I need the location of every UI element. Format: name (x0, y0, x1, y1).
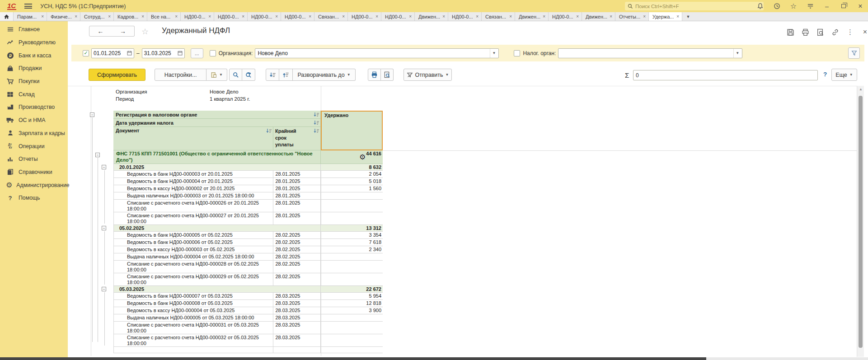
withheld-amount-cell[interactable] (321, 273, 383, 285)
document-row[interactable]: Выдача наличных НД00-000005 от 05.03.202… (114, 314, 383, 322)
sidebar-item-операции[interactable]: Дт КтОперации (0, 140, 68, 153)
sort-icon[interactable] (314, 112, 319, 117)
tab-close-icon[interactable]: × (75, 14, 77, 19)
tab-20[interactable]: Удержа...× (649, 12, 682, 21)
collapse-date-group-expander[interactable]: − (102, 287, 106, 291)
date-to-input[interactable]: 31.03.2025 (142, 48, 185, 58)
link-icon[interactable] (831, 28, 840, 36)
sort-icon[interactable] (314, 121, 319, 125)
tab-close-icon[interactable]: × (275, 14, 278, 19)
scroll-up-icon[interactable]: ▲ (857, 87, 864, 91)
tab-close-icon[interactable]: × (543, 14, 545, 19)
preview-icon[interactable] (816, 28, 825, 36)
date-cell[interactable]: 05.03.2025 (114, 286, 321, 292)
document-row[interactable]: Списание с расчетного счета НД00-000026 … (114, 200, 383, 212)
tab-close-icon[interactable]: × (610, 14, 612, 19)
tab-4[interactable]: Кадров...× (114, 12, 147, 21)
organization-combo[interactable]: Новое Дело ▼ (255, 48, 499, 58)
withheld-amount-cell[interactable] (321, 192, 383, 199)
organization-checkbox[interactable] (210, 50, 216, 56)
document-cell[interactable]: Списание с расчетного счета НД00-000029 … (114, 273, 273, 285)
sidebar-item-склад[interactable]: Склад (0, 88, 68, 101)
document-cell[interactable]: Ведомость в банк НД00-000007 от 05.03.20… (114, 293, 273, 299)
document-cell[interactable]: Ведомость в кассу НД00-000002 от 20.01.2… (114, 185, 273, 192)
bell-icon[interactable] (756, 2, 764, 10)
withheld-amount-cell[interactable] (321, 322, 383, 334)
document-cell[interactable]: Ведомость в банк НД00-000004 от 20.01.20… (114, 178, 273, 185)
withheld-amount-cell[interactable] (321, 212, 383, 224)
period-checkbox[interactable]: ✓ (83, 50, 89, 56)
favorite-star-icon[interactable]: ☆ (141, 27, 149, 37)
tab-close-icon[interactable]: × (141, 14, 144, 19)
generate-button[interactable]: Сформировать (89, 69, 145, 81)
deadline-cell[interactable]: 28.03.2025 (273, 314, 321, 321)
sidebar-item-отчеты[interactable]: Отчеты (0, 153, 68, 166)
info-period-row[interactable]: Период 1 квартал 2025 г. (116, 96, 134, 102)
calendar-icon[interactable] (127, 51, 132, 56)
tab-close-icon[interactable]: × (175, 14, 178, 19)
withheld-amount-cell[interactable] (321, 334, 383, 346)
fns-group-row[interactable]: ФНС 7715 КПП 771501001 (Общество с огран… (114, 150, 383, 164)
home-tab[interactable] (0, 12, 14, 21)
document-cell[interactable]: Ведомость в кассу НД00-000004 от 05.03.2… (114, 307, 273, 314)
tab-close-icon[interactable]: × (242, 14, 244, 19)
sidebar-item-банк-и-касса[interactable]: ₽Банк и касса (0, 49, 68, 62)
collapse-groups-button[interactable] (266, 69, 279, 81)
date-group-row[interactable]: −20.01.20258 632 (114, 164, 383, 171)
document-cell[interactable]: Выдача наличных НД00-000003 от 20.01.202… (114, 192, 273, 199)
print-preview-button[interactable] (381, 69, 394, 81)
column-header-registration[interactable]: Регистрация в налоговом органе (113, 111, 321, 119)
info-organization-row[interactable]: Организация Новое Дело (116, 89, 147, 94)
document-row[interactable]: Списание с расчетного счета НД00-000031 … (114, 322, 383, 334)
column-header-document[interactable]: Документ (113, 127, 273, 150)
back-button[interactable]: ← (89, 26, 112, 37)
empty-cell[interactable] (273, 347, 321, 353)
star-icon[interactable]: ☆ (789, 2, 798, 10)
vertical-scrollbar[interactable]: ▲ (857, 86, 864, 357)
global-search-input[interactable]: Поиск Ctrl+Shift+F (625, 2, 764, 10)
document-row[interactable]: Ведомость в банк НД00-000005 от 05.02.20… (114, 232, 383, 239)
withheld-amount-cell[interactable]: 3 900 (321, 307, 383, 314)
restore-icon[interactable] (840, 2, 848, 10)
main-menu-icon[interactable] (24, 4, 32, 9)
tab-close-icon[interactable]: × (208, 14, 211, 19)
document-row[interactable]: Ведомость в кассу НД00-000002 от 20.01.2… (114, 185, 383, 192)
close-form-icon[interactable]: × (861, 28, 868, 36)
tab-5[interactable]: Все на...× (147, 12, 181, 21)
forward-button[interactable]: → (112, 26, 135, 37)
date-total-cell[interactable]: 8 632 (321, 164, 383, 170)
tab-close-icon[interactable]: × (576, 14, 579, 19)
document-cell[interactable]: Ведомость в банк НД00-000006 от 05.02.20… (114, 239, 273, 246)
deadline-cell[interactable]: 28.03.2025 (273, 334, 321, 346)
document-cell[interactable]: Списание с расчетного счета НД00-000027 … (114, 212, 273, 224)
tab-close-icon[interactable]: × (442, 14, 445, 19)
tab-close-icon[interactable]: × (309, 14, 311, 19)
autosum-input[interactable]: 0 (633, 70, 818, 80)
date-total-cell[interactable]: 22 672 (321, 286, 383, 292)
withheld-amount-cell[interactable]: 5 954 (321, 293, 383, 299)
deadline-cell[interactable]: 28.02.2025 (273, 232, 321, 238)
empty-row[interactable] (114, 347, 383, 353)
withheld-amount-cell[interactable]: 12 818 (321, 300, 383, 307)
minimize-icon[interactable]: – (823, 2, 831, 10)
tab-close-icon[interactable]: × (41, 14, 44, 19)
withheld-amount-cell[interactable]: 5 018 (321, 178, 383, 185)
date-group-row[interactable]: −05.02.202513 312 (114, 225, 383, 232)
tab-17[interactable]: НД00-0...× (549, 12, 582, 21)
fns-group-total-cell[interactable]: 44 616 (321, 150, 383, 164)
document-row[interactable]: Ведомость в банк НД00-000008 от 05.03.20… (114, 300, 383, 307)
tab-2[interactable]: Физиче...× (47, 12, 80, 21)
document-cell[interactable]: Выдача наличных НД00-000005 от 05.03.202… (114, 314, 273, 321)
withheld-amount-cell[interactable] (321, 261, 383, 273)
tab-close-icon[interactable]: × (108, 14, 111, 19)
deadline-cell[interactable]: 28.02.2025 (273, 253, 321, 260)
sidebar-item-зарплата-и-кадры[interactable]: Зарплата и кадры (0, 127, 68, 140)
withheld-amount-cell[interactable]: 2 054 (321, 171, 383, 178)
deadline-cell[interactable]: 28.01.2025 (273, 200, 321, 212)
calendar-icon[interactable] (178, 51, 183, 56)
tab-close-icon[interactable]: × (409, 14, 412, 19)
kebab-icon[interactable]: ⋮ (846, 28, 854, 36)
column-header-deadline[interactable]: Крайний срок уплаты (273, 127, 321, 150)
withheld-amount-cell[interactable]: 1 560 (321, 185, 383, 192)
close-icon[interactable]: × (856, 2, 864, 10)
